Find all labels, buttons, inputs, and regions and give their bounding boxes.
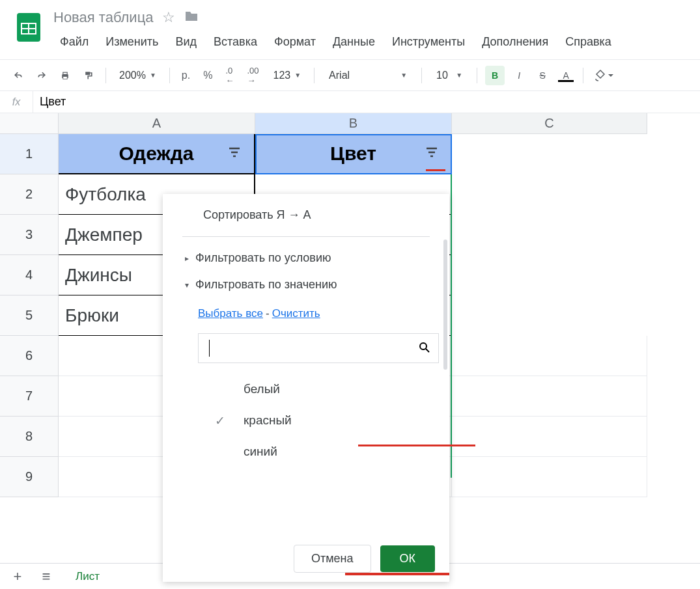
- popup-scrollbar[interactable]: [443, 240, 447, 370]
- fx-label: fx: [0, 96, 33, 108]
- filter-value-red[interactable]: ✓красный: [211, 405, 430, 436]
- row-header-2[interactable]: 2: [0, 174, 59, 215]
- svg-point-8: [420, 343, 427, 349]
- dash: -: [263, 307, 272, 320]
- sort-desc-item[interactable]: Сортировать Я → А: [182, 203, 430, 232]
- decrease-decimal-button[interactable]: .0←: [221, 66, 238, 85]
- row-header-1[interactable]: 1: [0, 134, 59, 174]
- separator: [169, 68, 170, 83]
- formula-bar: fx: [0, 91, 700, 113]
- add-sheet-button[interactable]: +: [7, 567, 29, 586]
- print-button[interactable]: [56, 66, 74, 85]
- undo-button[interactable]: [9, 66, 27, 85]
- document-title[interactable]: Новая таблица: [53, 9, 153, 26]
- fill-color-button[interactable]: [591, 69, 609, 82]
- cell-c7[interactable]: [452, 376, 647, 417]
- title-area: Новая таблица ☆ Файл Изменить Вид Вставк…: [53, 7, 693, 57]
- column-header-a[interactable]: A: [59, 113, 255, 134]
- annotation-redline: [426, 169, 445, 171]
- font-select[interactable]: Arial▼: [322, 67, 413, 84]
- zoom-value: 200%: [119, 70, 146, 81]
- menu-addons[interactable]: Дополнения: [475, 33, 555, 51]
- sheet-menu-button[interactable]: ≡: [35, 567, 57, 586]
- menu-insert[interactable]: Вставка: [207, 33, 264, 51]
- cell-c6[interactable]: [452, 336, 647, 376]
- filter-by-condition-label: Фильтровать по условию: [195, 251, 331, 265]
- menu-format[interactable]: Формат: [268, 33, 322, 51]
- filter-value-label: синий: [244, 445, 277, 459]
- select-all-corner[interactable]: [0, 113, 59, 134]
- check-icon: ✓: [211, 413, 229, 428]
- text-cursor: [209, 340, 210, 357]
- paintformat-button[interactable]: [79, 66, 98, 85]
- cell-a1[interactable]: Одежда: [59, 134, 255, 174]
- folder-icon[interactable]: [184, 9, 199, 26]
- row-header-6[interactable]: 6: [0, 336, 59, 376]
- row-header-8[interactable]: 8: [0, 417, 59, 457]
- select-all-link[interactable]: Выбрать все: [198, 307, 263, 320]
- cell-b1[interactable]: Цвет: [255, 134, 452, 174]
- column-header-b[interactable]: B: [255, 113, 452, 134]
- zoom-select[interactable]: 200%▼: [114, 67, 161, 84]
- filter-value-white[interactable]: белый: [211, 374, 430, 405]
- text-color-button[interactable]: A: [557, 70, 575, 81]
- filter-search-input[interactable]: [198, 333, 439, 363]
- star-icon[interactable]: ☆: [162, 9, 175, 26]
- formula-input[interactable]: [33, 91, 700, 113]
- cell-c9[interactable]: [452, 457, 647, 497]
- filter-value-blue[interactable]: синий: [211, 436, 430, 467]
- separator: [477, 68, 477, 83]
- filter-range-border: [451, 174, 452, 478]
- menu-tools[interactable]: Инструменты: [385, 33, 471, 51]
- menu-bar: Файл Изменить Вид Вставка Формат Данные …: [53, 29, 693, 57]
- row-header-9[interactable]: 9: [0, 457, 59, 497]
- font-value: Arial: [329, 70, 350, 81]
- percent-button[interactable]: %: [199, 66, 216, 85]
- row-header-4[interactable]: 4: [0, 255, 59, 295]
- toolbar: 200%▼ р. % .0← .00→ 123▼ Arial▼ 10▼ B I …: [0, 60, 700, 91]
- sheet-tab-1[interactable]: Лист: [64, 566, 111, 587]
- increase-decimal-button[interactable]: .00→: [243, 66, 262, 85]
- filter-icon[interactable]: [424, 143, 440, 165]
- search-icon: [419, 342, 430, 355]
- ok-button[interactable]: ОК: [380, 545, 436, 572]
- italic-button[interactable]: I: [510, 70, 528, 81]
- filter-by-condition[interactable]: Фильтровать по условию: [182, 245, 430, 271]
- divider: [182, 236, 430, 237]
- row-header-7[interactable]: 7: [0, 376, 59, 417]
- column-header-c[interactable]: C: [452, 113, 647, 134]
- number-format-select[interactable]: 123▼: [268, 67, 306, 84]
- annotation-redline: [358, 445, 475, 446]
- clear-link[interactable]: Очистить: [272, 307, 320, 320]
- menu-help[interactable]: Справка: [559, 33, 618, 51]
- currency-button[interactable]: р.: [178, 66, 194, 85]
- separator: [583, 68, 583, 83]
- cancel-button[interactable]: Отмена: [294, 545, 371, 573]
- svg-rect-7: [85, 72, 90, 75]
- filter-by-value[interactable]: Фильтровать по значению: [182, 271, 430, 298]
- bold-button[interactable]: B: [485, 66, 505, 85]
- header-a-label: Одежда: [119, 143, 194, 165]
- separator: [105, 68, 106, 83]
- filter-value-label: белый: [244, 382, 280, 396]
- fontsize-select[interactable]: 10▼: [430, 67, 469, 84]
- filter-by-value-label: Фильтровать по значению: [195, 278, 337, 292]
- filter-icon[interactable]: [227, 143, 242, 165]
- svg-rect-5: [63, 72, 67, 74]
- filter-popup: Сортировать Я → А Фильтровать по условию…: [163, 194, 449, 582]
- row-header-5[interactable]: 5: [0, 295, 59, 336]
- separator: [314, 68, 315, 83]
- menu-data[interactable]: Данные: [326, 33, 382, 51]
- row-header-3[interactable]: 3: [0, 215, 59, 255]
- strikethrough-button[interactable]: S: [533, 70, 552, 81]
- menu-file[interactable]: Файл: [53, 33, 95, 51]
- separator: [421, 68, 422, 83]
- menu-edit[interactable]: Изменить: [99, 33, 165, 51]
- fontsize-value: 10: [436, 70, 448, 81]
- menu-view[interactable]: Вид: [169, 33, 203, 51]
- redo-button[interactable]: [33, 66, 51, 85]
- filter-value-label: красный: [244, 413, 292, 428]
- cell-c8[interactable]: [452, 417, 647, 457]
- annotation-redline: [345, 573, 449, 575]
- svg-line-9: [426, 349, 429, 352]
